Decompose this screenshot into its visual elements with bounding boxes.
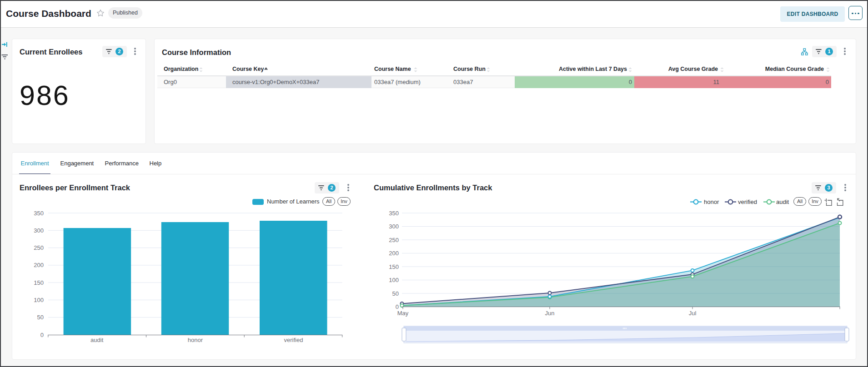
svg-text:May: May [397, 310, 409, 317]
svg-text:0: 0 [40, 332, 44, 338]
svg-text:150: 150 [34, 279, 44, 286]
svg-text:150: 150 [389, 263, 399, 270]
svg-text:350: 350 [389, 210, 399, 217]
svg-text:300: 300 [389, 223, 399, 230]
svg-text:100: 100 [389, 277, 399, 283]
svg-text:0: 0 [396, 303, 399, 310]
svg-text:Jun: Jun [545, 310, 555, 317]
svg-text:200: 200 [34, 262, 44, 268]
svg-text:verified: verified [284, 337, 303, 343]
svg-text:50: 50 [37, 314, 44, 321]
svg-text:250: 250 [389, 237, 399, 243]
svg-text:100: 100 [34, 297, 44, 303]
svg-text:50: 50 [392, 290, 399, 297]
svg-text:300: 300 [34, 227, 44, 234]
svg-text:250: 250 [34, 244, 44, 251]
svg-text:Jul: Jul [689, 310, 697, 317]
svg-text:honor: honor [188, 337, 203, 343]
svg-text:200: 200 [389, 250, 399, 257]
svg-text:audit: audit [90, 337, 104, 343]
svg-text:350: 350 [34, 210, 44, 217]
